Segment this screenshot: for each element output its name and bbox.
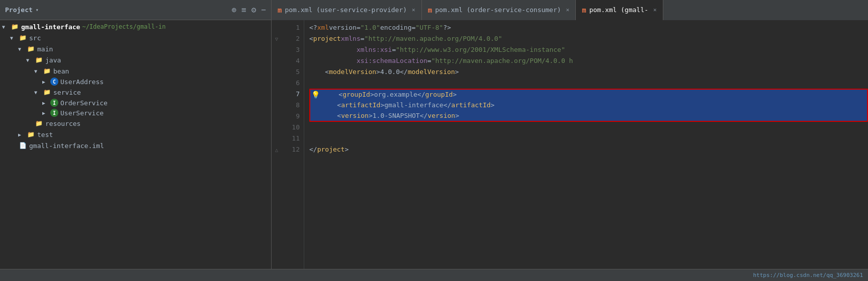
xml-attr-schema: xsi:schemaLocation xyxy=(357,55,427,66)
xml-b8b: > xyxy=(380,100,384,111)
gutter-line-11 xyxy=(272,133,282,144)
xml-pi-open: <? xyxy=(309,22,317,33)
xml-pi-encoding-label: encoding= xyxy=(380,22,415,33)
xml-val-xmlns: "http://maven.apache.org/POM/4.0.0" xyxy=(365,33,502,44)
tree-label-service: service xyxy=(53,89,81,96)
xml-tag-groupid-close: groupId xyxy=(425,89,453,100)
tree-arrow-root: ▼ xyxy=(2,24,10,30)
folder-icon-resources: 📁 xyxy=(34,119,43,128)
settings-icon[interactable]: ⚙ xyxy=(251,5,256,15)
top-bar: Project ▾ ⊕ ≡ ⚙ − m pom.xml (user-servic… xyxy=(0,0,868,20)
tab-label-2: pom.xml (order-service-consumer) xyxy=(435,6,561,14)
code-line-9: <version>1.0-SNAPSHOT</version> xyxy=(309,111,868,122)
tree-arrow-useraddress: ▶ xyxy=(42,79,50,85)
tree-item-orderservice[interactable]: ▶ I OrderService xyxy=(0,98,271,108)
line-num-4: 4 xyxy=(282,55,304,66)
xml-indent-7 xyxy=(323,89,338,100)
class-badge-useraddress: C xyxy=(50,78,58,86)
code-line-7: 💡 <groupId>org.example</groupId> xyxy=(309,89,868,100)
code-editor[interactable]: <?xml version="1.0" encoding="UTF-8"?> <… xyxy=(304,20,868,269)
tab-icon-3: m xyxy=(582,6,586,14)
add-icon[interactable]: ⊕ xyxy=(231,5,236,15)
code-line-12: </project> xyxy=(309,144,868,155)
xml-tag-version: version xyxy=(341,110,369,121)
tree-item-resources[interactable]: ▶ 📁 resources xyxy=(0,118,271,129)
tree-arrow-main: ▼ xyxy=(18,46,26,52)
code-line-10 xyxy=(309,122,868,133)
project-panel-header: Project ▾ ⊕ ≡ ⚙ − xyxy=(0,0,272,20)
line-num-1: 1 xyxy=(282,22,304,33)
gutter-line-3 xyxy=(272,44,282,55)
line-num-2: 2 xyxy=(282,33,304,44)
tree-item-userservice[interactable]: ▶ I UserService xyxy=(0,108,271,118)
minimize-icon[interactable]: − xyxy=(261,5,266,15)
xml-b7c: </ xyxy=(417,89,425,100)
iml-icon: 📄 xyxy=(18,141,27,150)
code-line-4: xsi:schemaLocation="http://maven.apache.… xyxy=(309,55,868,66)
xml-b9d: > xyxy=(455,110,459,121)
xml-bracket-2a: < xyxy=(309,33,313,44)
xml-pi-close: ?> xyxy=(443,22,451,33)
code-line-6 xyxy=(309,78,868,89)
gutter-line-6 xyxy=(272,78,282,89)
line-num-8: 8 xyxy=(282,100,304,111)
tab-label-1: pom.xml (user-service-provider) xyxy=(285,6,407,14)
tree-item-gmall-interface[interactable]: ▼ 📁 gmall-interface ~/IdeaProjects/gmall… xyxy=(0,21,271,32)
fold-icon-2[interactable]: ▽ xyxy=(275,36,278,42)
gutter-line-7 xyxy=(272,89,282,100)
xml-indent-4 xyxy=(309,55,357,66)
tab-pom-gmall[interactable]: m pom.xml (gmall- ✕ xyxy=(576,0,663,20)
tree-label-iml: gmall-interface.iml xyxy=(29,142,104,150)
tree-label-userservice: UserService xyxy=(60,109,104,117)
tab-label-3: pom.xml (gmall- xyxy=(589,6,648,14)
xml-text-version: 1.0-SNAPSHOT xyxy=(373,110,420,121)
dropdown-arrow-icon[interactable]: ▾ xyxy=(36,7,39,13)
editor-area: ▽ △ 1 2 3 4 5 xyxy=(272,20,868,269)
tab-close-1[interactable]: ✕ xyxy=(412,7,415,13)
tree-arrow-service: ▼ xyxy=(34,90,42,95)
code-container[interactable]: ▽ △ 1 2 3 4 5 xyxy=(272,20,868,269)
xml-tag-artifactid-close: artifactId xyxy=(451,100,490,111)
xml-b5b: > xyxy=(376,66,380,78)
xml-val-schema: "http://maven.apache.org/POM/4.0.0 h xyxy=(431,55,573,66)
folder-icon-service: 📁 xyxy=(42,88,51,97)
tree-arrow-src: ▼ xyxy=(10,35,18,41)
tree-item-src[interactable]: ▼ 📁 src xyxy=(0,32,271,43)
tree-label-gmall-interface: gmall-interface xyxy=(21,23,80,31)
tab-close-2[interactable]: ✕ xyxy=(566,7,570,13)
xml-b7a: < xyxy=(338,89,342,100)
fold-icon-12[interactable]: △ xyxy=(275,147,278,153)
code-line-3: xmlns:xsi="http://www.w3.org/2001/XMLSch… xyxy=(309,44,868,55)
tab-pom-order-service[interactable]: m pom.xml (order-service-consumer) ✕ xyxy=(422,0,576,20)
status-url: https://blog.csdn.net/qq_36903261 xyxy=(753,272,863,278)
xml-eq-3: = xyxy=(392,44,396,55)
collapse-icon[interactable]: ≡ xyxy=(241,5,246,15)
gutter-line-12: △ xyxy=(272,144,282,155)
xml-b8a: < xyxy=(337,100,341,111)
tab-close-3[interactable]: ✕ xyxy=(653,7,657,13)
tree-label-orderservice: OrderService xyxy=(60,99,108,107)
tree-item-main[interactable]: ▼ 📁 main xyxy=(0,43,271,54)
xml-pi-name: xml xyxy=(317,22,329,33)
project-label: Project xyxy=(5,6,33,14)
tree-item-bean[interactable]: ▼ 📁 bean xyxy=(0,65,271,77)
tree-label-java: java xyxy=(45,56,61,64)
tree-item-iml[interactable]: ▶ 📄 gmall-interface.iml xyxy=(0,140,271,151)
tree-item-service[interactable]: ▼ 📁 service xyxy=(0,87,271,98)
tab-pom-user-service[interactable]: m pom.xml (user-service-provider) ✕ xyxy=(272,0,422,20)
tree-item-java[interactable]: ▼ 📁 java xyxy=(0,54,271,65)
tree-item-test[interactable]: ▶ 📁 test xyxy=(0,129,271,140)
tree-item-useraddress[interactable]: ▶ C UserAddress xyxy=(0,77,271,87)
xml-b8c: </ xyxy=(444,100,452,111)
xml-indent-9 xyxy=(321,110,337,121)
folder-icon-root: 📁 xyxy=(10,22,19,31)
code-line-1: <?xml version="1.0" encoding="UTF-8"?> xyxy=(309,22,868,33)
folder-icon-main: 📁 xyxy=(26,44,35,53)
bulb-icon[interactable]: 💡 xyxy=(311,89,320,100)
xml-b8d: > xyxy=(491,100,495,111)
gutter-line-2: ▽ xyxy=(272,33,282,44)
xml-tag-modelversion: modelVersion xyxy=(329,66,376,78)
line-numbers: 1 2 3 4 5 6 7 8 9 10 11 12 xyxy=(282,20,304,269)
tree-arrow-bean: ▼ xyxy=(34,68,42,74)
line-num-10: 10 xyxy=(282,122,304,133)
